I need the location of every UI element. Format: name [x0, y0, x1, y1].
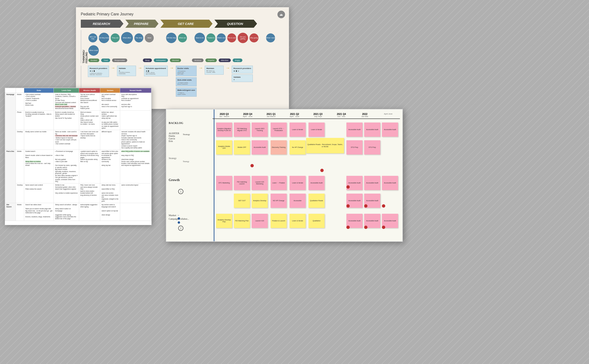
red-dot-4 [346, 204, 350, 208]
sticky-note-35: Launch 415 [252, 214, 268, 228]
flow-node-research: Research providers 💻 🖥 📱 Looking at webs… [88, 66, 109, 77]
sticky-note-16: STG Prep [364, 140, 380, 155]
period-2020q3: 2020 Q3 Jan - March [213, 113, 236, 117]
red-dot-5 [364, 204, 368, 208]
col-header-duke: Duke [24, 88, 54, 93]
period-2022: 2022 Jan-Mar [353, 113, 376, 117]
red-dot-6 [382, 204, 385, 208]
wb-label-alerter: ALERTERDanitaGarciaErin [169, 132, 179, 143]
circle-node: Need to be [194, 33, 205, 43]
col-header-empty [5, 88, 16, 93]
sticky-note-19: Launch 415 Marketing [252, 176, 268, 190]
missionhealth-homepage-phone: Work at missionShopshows phone number ca… [79, 110, 100, 130]
novant-homepage-phone [120, 110, 151, 130]
sticky-note-22: Accessible Audit [309, 176, 325, 190]
duke-findadoc-desktop: Same search and contentFilters below the… [24, 183, 54, 203]
circle-node: This is care [227, 33, 236, 42]
sticky-note-30: Qualitative Roads [309, 194, 325, 208]
sticky-note-6: Learn & Iterate [309, 123, 325, 137]
flow-arrow-4: → [199, 66, 203, 71]
circle-node: Who can help [88, 33, 97, 42]
period-2021q4: 2021 Q4 Oct - Dec [330, 113, 353, 117]
sentara-sitesearch-mobile: top section-select a language and search… [100, 203, 120, 221]
period-2021q3: 2021 Q3 July-Sept [306, 113, 330, 117]
sticky-note-8: Accessible Audit [364, 123, 380, 137]
wb-label-growth: Growth [169, 178, 180, 182]
missionhealth-sitesearch-mobile: autocomplete suggestion when typing [79, 203, 100, 221]
duke-sitesearch-mobile: Search bar slides down Takes you to sear… [24, 203, 54, 221]
duke-homepage-phone: Events is usually moved upScrolling caro… [24, 110, 54, 130]
sticky-note-11: Mobile OFF [234, 140, 250, 155]
lewisgate-sitesearch-mobile: Sticky search at bottom - always sticky … [54, 203, 79, 221]
flow-column-visits: Doctor visits 🩺 In-person,check-ups,well… [176, 66, 197, 97]
circle-node: When could [88, 45, 99, 56]
sticky-note-36: Finalize & Launch [271, 214, 287, 228]
missionhealth-homepage-mobile: Top bar icons without description Find a… [79, 93, 100, 111]
sticky-note-1: Analytics Migration Develop PLAN 30 [216, 123, 232, 137]
lewisgate-homepage-phone: Events is usually moved upSticky search … [54, 110, 79, 130]
wb-circle-1: 1 [178, 189, 183, 194]
whiteboard-blue-line [214, 110, 214, 241]
sticky-note-14: No HP Change [290, 140, 306, 155]
tag: Hopeful [205, 58, 217, 62]
sticky-note-20: Learn → Finalize [271, 176, 287, 190]
device-mobile-3: Mobile [16, 203, 24, 221]
bubbles-area: Who can help Did they know They can What… [88, 30, 284, 63]
sticky-note-13: Discovery Training [271, 140, 287, 155]
sticky-note-21: Learn & Iterate [290, 176, 306, 190]
sentara-findadoc-mobile: search/filter to find a doc mid section-… [100, 150, 120, 183]
wb-label-market: Market → [169, 214, 180, 217]
col-header-missionhealth: Mission Health [79, 88, 100, 93]
device-phone: Phone [16, 110, 24, 130]
circle-node: What offers [121, 32, 133, 44]
sticky-note-27: Analytics Develop [252, 194, 268, 208]
sentara-homepage-mobile: not content overloadFAQfind a locationfi… [100, 93, 120, 111]
sticky-note-34: FID Matching Plan [234, 214, 250, 228]
journey-logo: ⛰ [278, 11, 285, 18]
period-2020q4: 2020 Q4 April - June [236, 113, 259, 117]
sticky-note-2: FID Matching Migrate STG [234, 123, 250, 137]
whiteboard-content: 2020 Q3 Jan - March 2020 Q4 April - June… [166, 110, 402, 241]
wb-circle-2: 2 [178, 226, 183, 231]
sticky-note-18: FID matching Launch [234, 176, 250, 190]
circle-node: They can [111, 33, 120, 42]
period-2021q1: 2021 Q1 Jan-March [259, 113, 283, 117]
wb-label-strategy: Strategy [169, 157, 176, 159]
circle-node: The shop [134, 33, 143, 42]
flow-node-validate: Validate 🖥Checking reviews,credentials [117, 66, 136, 76]
section-sitesearch: Site Search [5, 203, 16, 221]
thinking-feeling-section: THINKING/FEELING Who can help Did they k… [81, 30, 284, 63]
tag: Tried [101, 58, 110, 62]
novant-findadoc-mobile: when FAQ profile of doctors are availabl… [120, 150, 151, 183]
col-header-lewisgate: Lewis Gate [54, 88, 79, 93]
period-2022q2: April-June [376, 113, 400, 117]
col-header-novant: Novant Health [120, 88, 151, 93]
flow-arrow-2: → [138, 66, 142, 71]
sentara-findadoc-desktop: sticky side bar menusearch/filter to FAQ… [100, 183, 120, 203]
missionhealth-homepage-desktop: I can hover over icons can see their des… [79, 130, 100, 150]
phase-prepare: PREPARE [125, 20, 159, 28]
device-mobile-2: Mobile [16, 150, 24, 183]
sticky-note-33: Analytics Develop Plan [216, 214, 232, 228]
duke-findadoc-mobile: Guided search Search results: what is sh… [24, 150, 54, 183]
flow-arrow-5: → [226, 66, 230, 71]
journey-map-title: Pediatric Primary Care Journey [81, 12, 284, 16]
sticky-note-37: Learn & Iterate [290, 214, 306, 228]
circle-node: Will this help [166, 33, 176, 43]
period-2021q2: 2021 Q2 April - June [283, 113, 306, 117]
wb-label-backlog: BACKLOG [169, 121, 183, 125]
sticky-note-5: Learn & Iterate [290, 123, 306, 137]
duke-homepage-mobile: • Not content overload • Find a doctor •… [24, 93, 54, 111]
sticky-note-28: NO HP Change [271, 194, 287, 208]
novant-homepage-desktop: carousel: includes info about health ser… [120, 130, 151, 150]
tag: Angry [233, 58, 242, 62]
sticky-note-29: Accessible [290, 194, 306, 208]
duke-homepage-desktop: Mostly same content as mobile [24, 130, 54, 150]
sticky-note-25: Accessible Audit [382, 176, 398, 190]
red-dot-9 [382, 226, 385, 229]
circle-node: What's next [217, 33, 226, 42]
red-dot-3 [346, 185, 350, 189]
tag: Excited [88, 58, 99, 62]
circle-node: Value [145, 33, 154, 42]
comparison-table-document: Duke Lewis Gate Mission Health Sentara N… [5, 88, 152, 225]
